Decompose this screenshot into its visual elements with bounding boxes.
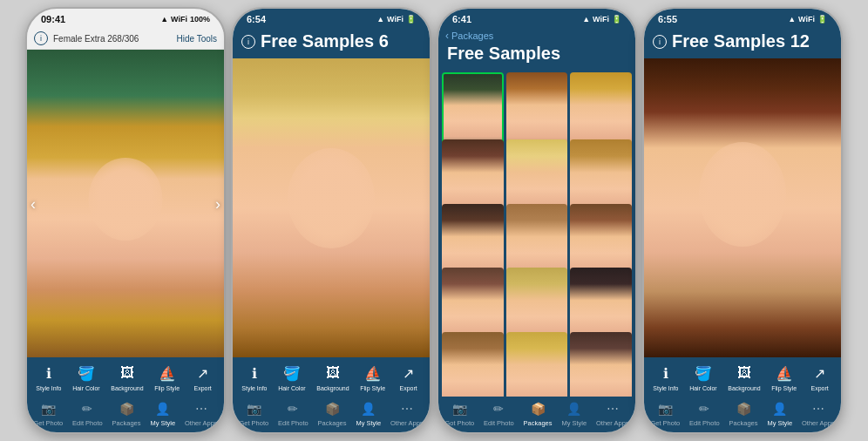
export-icon-2: ↗ [397, 363, 421, 383]
tab-my-style-3[interactable]: 👤 My Style [561, 400, 587, 427]
wifi-icon: WiFi [171, 15, 187, 24]
tab-get-photo-2[interactable]: 📷 Get Photo [239, 400, 268, 427]
flip-style-tool[interactable]: ⛵ Flip Style [154, 363, 180, 391]
status-bar-4: 6:55 ▲ WiFi 🔋 [644, 9, 841, 28]
tab-other-apps-2[interactable]: ⋯ Other Apps [390, 400, 424, 427]
background-icon: 🖼 [115, 363, 139, 383]
background-icon-2: 🖼 [321, 363, 345, 383]
tab-get-photo-4[interactable]: 📷 Get Photo [650, 400, 680, 427]
export-icon-4: ↗ [808, 363, 832, 383]
main-photo-1: ‹ › [27, 50, 224, 357]
flip-style-icon-4: ⛵ [772, 363, 797, 383]
tab-edit-photo-2[interactable]: ✏ Edit Photo [278, 400, 309, 427]
export-tool-2[interactable]: ↗ Export [397, 363, 421, 391]
signal-icon-4: ▲ [788, 15, 796, 24]
tab-other-apps-3[interactable]: ⋯ Other Apps [596, 400, 629, 427]
hide-tools-button[interactable]: Hide Tools [176, 34, 217, 44]
tab-packages-2[interactable]: 📦 Packages [318, 400, 347, 427]
tab-edit-photo-4[interactable]: ✏ Edit Photo [689, 400, 720, 427]
edit-icon-3: ✏ [488, 400, 509, 417]
status-icons-2: ▲ WiFi 🔋 [376, 15, 416, 24]
status-icons-1: ▲ WiFi 100% [160, 15, 210, 24]
status-icons-4: ▲ WiFi 🔋 [788, 15, 827, 24]
tab-other-apps-4[interactable]: ⋯ Other Apps [802, 400, 835, 427]
other-apps-icon-2: ⋯ [397, 400, 417, 417]
hair-color-icon-4: 🪣 [691, 363, 715, 383]
bottom-tabs-2: 📷 Get Photo ✏ Edit Photo 📦 Packages 👤 My… [233, 397, 430, 432]
info-icon-2[interactable]: i [241, 35, 255, 49]
background-tool-2[interactable]: 🖼 Background [316, 363, 349, 391]
style-info-tool-4[interactable]: ℹ Style Info [653, 363, 678, 391]
tab-packages-4[interactable]: 📦 Packages [729, 400, 758, 427]
camera-icon-4: 📷 [654, 400, 675, 417]
info-icon-1[interactable]: i [34, 31, 48, 45]
style-info-tool[interactable]: ℹ Style Info [36, 363, 61, 391]
back-nav-3: ‹ Packages [438, 28, 635, 42]
info-icon-4[interactable]: i [653, 35, 667, 49]
tab-packages-3[interactable]: 📦 Packages [524, 400, 553, 427]
style-thumb-13[interactable]: 13 [442, 332, 504, 397]
export-tool[interactable]: ↗ Export [191, 363, 215, 391]
nav-bar-4: i Free Samples 12 [644, 28, 841, 58]
tab-my-style-1[interactable]: 👤 My Style [150, 400, 175, 427]
status-bar-3: 6:41 ▲ WiFi 🔋 [438, 9, 635, 28]
status-time-3: 6:41 [452, 14, 471, 24]
background-tool-4[interactable]: 🖼 Background [728, 363, 760, 391]
tab-edit-photo-3[interactable]: ✏ Edit Photo [484, 400, 514, 427]
nav-bar-2: i Free Samples 6 [233, 28, 430, 58]
status-icons-3: ▲ WiFi 🔋 [582, 15, 621, 24]
tab-other-apps-1[interactable]: ⋯ Other Apps [185, 400, 218, 427]
my-style-icon-2: 👤 [358, 400, 379, 417]
hair-color-tool-4[interactable]: 🪣 Hair Color [689, 363, 717, 391]
bottom-tabs-4: 📷 Get Photo ✏ Edit Photo 📦 Packages 👤 My… [644, 397, 841, 432]
next-style-arrow[interactable]: › [215, 194, 220, 213]
status-time-1: 09:41 [41, 14, 65, 24]
tab-get-photo-1[interactable]: 📷 Get Photo [33, 400, 63, 427]
wifi-icon-2: WiFi [387, 15, 403, 24]
status-time-4: 6:55 [658, 14, 677, 24]
style-info-tool-2[interactable]: ℹ Style Info [241, 363, 267, 391]
hair-color-tool-2[interactable]: 🪣 Hair Color [278, 363, 306, 391]
back-label-3[interactable]: Packages [451, 31, 493, 41]
flip-style-tool-4[interactable]: ⛵ Flip Style [771, 363, 797, 391]
hair-color-tool[interactable]: 🪣 Hair Color [72, 363, 100, 391]
style-thumb-14[interactable]: 14 [506, 332, 568, 397]
flip-style-icon-2: ⛵ [361, 363, 385, 383]
prev-style-arrow[interactable]: ‹ [31, 194, 36, 213]
main-photo-2 [233, 58, 430, 357]
packages-icon-2: 📦 [322, 400, 342, 417]
nav-title-2: Free Samples 6 [261, 31, 389, 51]
hair-color-icon: 🪣 [74, 363, 98, 383]
style-info-icon-4: ℹ [654, 363, 678, 383]
status-bar-1: 09:41 ▲ WiFi 100% [27, 9, 224, 28]
flip-style-tool-2[interactable]: ⛵ Flip Style [360, 363, 385, 391]
title-bar-3: Free Samples [438, 42, 635, 69]
camera-icon-2: 📷 [243, 400, 264, 417]
status-time-2: 6:54 [247, 14, 266, 24]
my-style-icon-4: 👤 [770, 400, 790, 417]
phone-4: 6:55 ▲ WiFi 🔋 i Free Samples 12 ℹ Style … [642, 7, 843, 434]
my-style-icon: 👤 [153, 400, 173, 417]
style-grid: 1 2 3 4 5 6 [438, 69, 635, 397]
background-tool[interactable]: 🖼 Background [111, 363, 143, 391]
style-thumb-15[interactable]: 15 [570, 332, 632, 397]
export-tool-4[interactable]: ↗ Export [808, 363, 832, 391]
back-chevron-3: ‹ [445, 30, 449, 42]
other-apps-icon: ⋯ [191, 400, 212, 417]
main-photo-4 [644, 58, 841, 357]
my-style-icon-3: 👤 [564, 400, 585, 417]
status-bar-2: 6:54 ▲ WiFi 🔋 [233, 9, 430, 28]
tab-edit-photo-1[interactable]: ✏ Edit Photo [72, 400, 103, 427]
toolbar-1: ℹ Style Info 🪣 Hair Color 🖼 Background ⛵… [27, 357, 224, 397]
tab-got-photo-3[interactable]: 📷 Got Photo [444, 400, 474, 427]
nav-title-3: Free Samples [447, 44, 560, 63]
camera-icon-3: 📷 [449, 400, 470, 417]
nav-title-4: Free Samples 12 [672, 31, 810, 51]
camera-icon: 📷 [37, 400, 58, 417]
signal-icon: ▲ [160, 15, 168, 24]
tab-packages-1[interactable]: 📦 Packages [112, 400, 141, 427]
tab-my-style-2[interactable]: 👤 My Style [356, 400, 381, 427]
flip-style-icon: ⛵ [155, 363, 180, 383]
tab-my-style-4[interactable]: 👤 My Style [767, 400, 792, 427]
bottom-tabs-3: 📷 Got Photo ✏ Edit Photo 📦 Packages 👤 My… [438, 397, 635, 432]
